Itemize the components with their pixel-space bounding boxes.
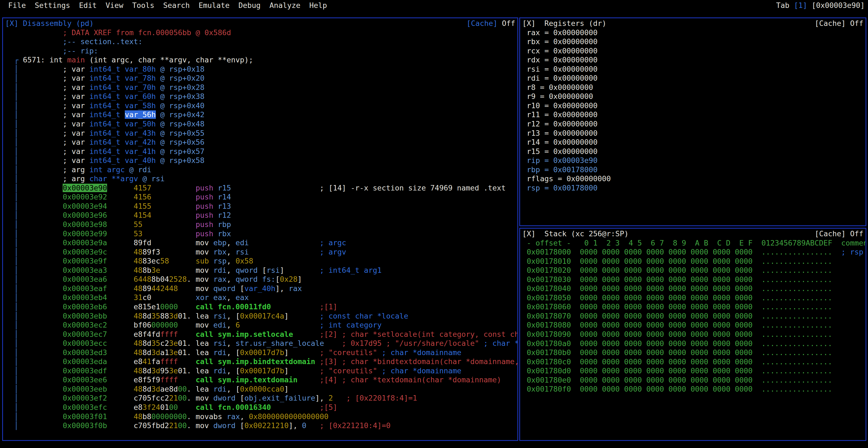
disasm-line[interactable]: │ 0x00003e96 4154 push r12 <box>5 211 517 220</box>
stack-row[interactable]: 0x00178010 0000 0000 0000 0000 0000 0000… <box>522 257 866 266</box>
register-row-rax[interactable]: rax = 0x00000000 <box>522 28 866 37</box>
disasm-line[interactable]: │ ; arg int argc @ rdi <box>5 165 517 174</box>
menu-item-edit[interactable]: Edit <box>79 1 97 10</box>
stack-row[interactable]: 0x00178000 0000 0000 0000 0000 0000 0000… <box>522 247 866 257</box>
disasm-line[interactable]: │ 0x00003e94 4155 push r13 <box>5 202 517 211</box>
disasm-line[interactable]: │ ; var int64_t var_40h @ rsp+0x58 <box>5 156 517 165</box>
menu-item-debug[interactable]: Debug <box>238 1 260 10</box>
register-row-rsi[interactable]: rsi = 0x00000000 <box>522 65 866 74</box>
disasm-line[interactable]: │ 0x00003eeb 488d3dae8d00. lea rdi, [0x0… <box>5 385 517 394</box>
disasm-line[interactable]: │ ; var int64_t var_80h @ rsp+0x18 <box>5 65 517 74</box>
menu-item-tools[interactable]: Tools <box>132 1 154 10</box>
menu-item-analyze[interactable]: Analyze <box>270 1 301 10</box>
stack-row[interactable]: 0x00178020 0000 0000 0000 0000 0000 0000… <box>522 266 866 275</box>
disasm-line[interactable]: │ ; var int64_t var_56h @ rsp+0x42 <box>5 110 517 119</box>
register-row-rflags[interactable]: rflags = 0x00000000 <box>522 174 866 183</box>
disasm-line[interactable]: │ 0x00003eb6 e815e10000 call fcn.00011fd… <box>5 302 517 311</box>
disasm-line[interactable]: │ 0x00003ea6 64488b042528. mov rax, qwor… <box>5 275 517 284</box>
instruction-bytes: 488d3dae8d00. <box>133 385 191 393</box>
disasm-line[interactable]: │ 0x00003edf 488d3d953e01. lea rdi, [0x0… <box>5 366 517 376</box>
stack-close-button[interactable]: [X] <box>522 230 536 238</box>
disasm-line[interactable]: │ ; var int64_t var_50h @ rsp+0x48 <box>5 119 517 129</box>
stack-row[interactable]: 0x001780b0 0000 0000 0000 0000 0000 0000… <box>522 348 866 357</box>
disasm-line[interactable]: │ ; var int64_t var_58h @ rsp+0x40 <box>5 101 517 110</box>
disasm-line[interactable]: │ 0x00003eaf 4889442448 mov qword [var_4… <box>5 284 517 293</box>
stack-row[interactable]: 0x00178070 0000 0000 0000 0000 0000 0000… <box>522 311 866 321</box>
stack-cache-toggle[interactable]: [Cache] Off <box>815 229 863 238</box>
disasm-line[interactable]: │ 0x00003f01 48b800000000. movabs rax, 0… <box>5 412 517 421</box>
registers-cache-toggle[interactable]: [Cache] Off <box>815 19 863 28</box>
register-row-r15[interactable]: r15 = 0x00000000 <box>522 147 866 156</box>
register-row-rdi[interactable]: rdi = 0x00000000 <box>522 73 866 83</box>
menu-item-view[interactable]: View <box>106 1 123 10</box>
menu-item-search[interactable]: Search <box>163 1 190 10</box>
register-row-rdx[interactable]: rdx = 0x00000000 <box>522 55 866 65</box>
disasm-line[interactable]: │ 0x00003f0b c705fbd22100. mov dword [0x… <box>5 421 517 430</box>
register-row-r12[interactable]: r12 = 0x00000000 <box>522 119 866 129</box>
disasm-line[interactable]: │ 0x00003ea3 488b3e mov rdi, qword [rsi]… <box>5 266 517 275</box>
disasm-line[interactable]: │ 0x00003ebb 488d35883d01. lea rsi, [0x0… <box>5 311 517 321</box>
disasm-line[interactable]: │ ; arg char **argv @ rsi <box>5 174 517 183</box>
disasm-line[interactable]: │ ; var int64_t var_43h @ rsp+0x55 <box>5 129 517 138</box>
disasm-line[interactable]: │ 0x00003e9c 4889f3 mov rbx, rsi ; argv <box>5 247 517 257</box>
disasm-line[interactable]: ;-- rip: <box>5 46 517 56</box>
stack-row[interactable]: 0x00178030 0000 0000 0000 0000 0000 0000… <box>522 275 866 284</box>
menu-item-help[interactable]: Help <box>309 1 327 10</box>
stack-row[interactable]: 0x00178090 0000 0000 0000 0000 0000 0000… <box>522 330 866 339</box>
disasm-line[interactable]: │ ; var int64_t var_70h @ rsp+0x28 <box>5 83 517 92</box>
disasm-line[interactable]: │ 0x00003e99 53 push rbx <box>5 229 517 238</box>
menu-item-emulate[interactable]: Emulate <box>198 1 230 10</box>
stack-row[interactable]: 0x001780d0 0000 0000 0000 0000 0000 0000… <box>522 366 866 376</box>
disasm-line[interactable]: │ 0x00003eb4 31c0 xor eax, eax <box>5 293 517 302</box>
register-row-rsp[interactable]: rsp = 0x00178000 <box>522 183 866 193</box>
register-row-r11[interactable]: r11 = 0x00000000 <box>522 110 866 119</box>
register-row-rcx[interactable]: rcx = 0x00000000 <box>522 46 866 56</box>
menu-item-settings[interactable]: Settings <box>35 1 70 10</box>
disasm-line[interactable]: │ 0x00003efc e83f240100 call fcn.0001634… <box>5 403 517 412</box>
disassembly-panel[interactable]: [X] Disassembly (pd)[Cache] Off ; DATA X… <box>2 18 518 441</box>
stack-row[interactable]: 0x001780e0 0000 0000 0000 0000 0000 0000… <box>522 376 866 385</box>
disassembly-close-button[interactable]: [X] <box>5 19 19 28</box>
stack-row[interactable]: 0x00178060 0000 0000 0000 0000 0000 0000… <box>522 302 866 311</box>
register-row-rbx[interactable]: rbx = 0x00000000 <box>522 37 866 46</box>
registers-panel[interactable]: [X] Registers (dr)[Cache] Off rax = 0x00… <box>519 18 866 226</box>
disasm-line[interactable]: │ 0x00003ed3 488d3da13e01. lea rdi, [0x0… <box>5 348 517 357</box>
register-row-r13[interactable]: r13 = 0x00000000 <box>522 129 866 138</box>
disasm-line[interactable]: │ ; var int64_t var_60h @ rsp+0x38 <box>5 92 517 101</box>
disasm-line[interactable]: │ ; var int64_t var_78h @ rsp+0x20 <box>5 73 517 83</box>
registers-close-button[interactable]: [X] <box>522 19 536 28</box>
stack-row[interactable]: 0x00178040 0000 0000 0000 0000 0000 0000… <box>522 284 866 293</box>
stack-row[interactable]: 0x001780f0 0000 0000 0000 0000 0000 0000… <box>522 385 866 394</box>
disasm-line[interactable]: │ ; var int64_t var_42h @ rsp+0x56 <box>5 138 517 147</box>
disasm-line[interactable]: │ 0x00003ec7 e8f4fdffff call sym.imp.set… <box>5 330 517 339</box>
register-row-r14[interactable]: r14 = 0x00000000 <box>522 138 866 147</box>
disasm-line[interactable]: │ 0x00003e90 4157 push r15 ; [14] -r-x s… <box>5 183 517 193</box>
register-row-rbp[interactable]: rbp = 0x00178000 <box>522 165 866 174</box>
disassembly-cache-toggle[interactable]: [Cache] Off <box>466 19 515 28</box>
menu-item-file[interactable]: File <box>8 1 26 10</box>
instruction-bytes: 4157 <box>133 184 151 192</box>
disasm-line[interactable]: │ ; var int64_t var_41h @ rsp+0x57 <box>5 147 517 156</box>
disasm-line[interactable]: │ 0x00003e98 55 push rbp <box>5 220 517 229</box>
register-row-r10[interactable]: r10 = 0x00000000 <box>522 101 866 110</box>
stack-row[interactable]: 0x001780c0 0000 0000 0000 0000 0000 0000… <box>522 357 866 366</box>
disasm-line[interactable]: ;-- section..text: <box>5 37 517 46</box>
disasm-line[interactable]: │ 0x00003ec2 bf06000000 mov edi, 6 ; int… <box>5 321 517 330</box>
stack-panel[interactable]: [X] Stack (xc 256@r:SP)[Cache] Off - off… <box>519 228 866 441</box>
disasm-line[interactable]: │ 0x00003e9a 89fd mov ebp, edi ; argc <box>5 238 517 247</box>
disasm-line[interactable]: │ 0x00003e9f 4883ec58 sub rsp, 0x58 <box>5 257 517 266</box>
disasm-line[interactable]: ┌ 6571: int main (int argc, char **argv,… <box>5 55 517 65</box>
register-row-rip[interactable]: rip = 0x00003e90 <box>522 156 866 165</box>
disasm-line[interactable]: │ 0x00003eda e841faffff call sym.imp.bin… <box>5 357 517 366</box>
disasm-line[interactable]: │ 0x00003e92 4156 push r14 <box>5 192 517 202</box>
disasm-line[interactable]: │ 0x00003ef2 c705fcc22100. mov dword [ob… <box>5 393 517 403</box>
stack-row[interactable]: 0x00178050 0000 0000 0000 0000 0000 0000… <box>522 293 866 302</box>
disasm-line[interactable]: ; DATA XREF from fcn.000056bb @ 0x586d <box>5 28 517 37</box>
register-row-r8[interactable]: r8 = 0x00000000 <box>522 83 866 92</box>
disasm-line[interactable]: │ 0x00003ecc 488d35c23e01. lea rsi, str.… <box>5 339 517 348</box>
stack-row[interactable]: 0x001780a0 0000 0000 0000 0000 0000 0000… <box>522 339 866 348</box>
disasm-line[interactable]: │ 0x00003ee6 e8f5f9ffff call sym.imp.tex… <box>5 375 517 385</box>
register-row-r9[interactable]: r9 = 0x00000000 <box>522 92 866 101</box>
tab-indicator[interactable]: Tab [1] [0x00003e90] <box>776 1 865 10</box>
stack-row[interactable]: 0x00178080 0000 0000 0000 0000 0000 0000… <box>522 321 866 330</box>
